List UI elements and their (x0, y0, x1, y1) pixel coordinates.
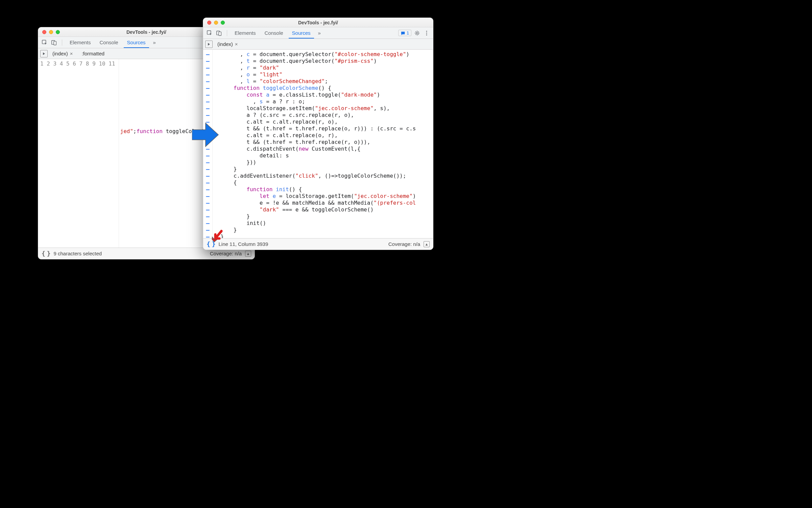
collapse-icon[interactable] (424, 241, 430, 247)
status-bar: { } Line 11, Column 3939 Coverage: n/a (203, 238, 433, 250)
tab-console[interactable]: Console (261, 28, 287, 38)
cursor-position: Line 11, Column 3939 (219, 241, 268, 247)
settings-gear-icon[interactable] (413, 29, 421, 37)
svg-point-6 (416, 32, 418, 34)
separator (227, 30, 227, 36)
code-area: , c = document.querySelector("#color-sch… (203, 50, 433, 238)
tab-sources[interactable]: Sources (289, 28, 314, 39)
maximize-icon[interactable] (56, 30, 60, 34)
close-icon[interactable] (207, 21, 211, 25)
panel-toolbar: Elements Console Sources 1 (203, 27, 433, 39)
more-panels-icon[interactable] (316, 30, 323, 36)
svg-rect-5 (219, 32, 221, 35)
issues-badge[interactable]: 1 (398, 30, 411, 36)
minimize-icon[interactable] (49, 30, 53, 34)
coverage-status: Coverage: n/a (210, 251, 242, 256)
collapse-icon[interactable] (245, 251, 251, 257)
window-controls (38, 30, 60, 34)
close-icon[interactable] (42, 30, 46, 34)
line-gutter: 1 2 3 4 5 6 7 8 9 10 11 (38, 59, 119, 248)
pretty-print-icon[interactable]: { } (42, 250, 50, 257)
minimize-icon[interactable] (214, 21, 218, 25)
tab-elements[interactable]: Elements (66, 37, 94, 47)
window-controls (203, 21, 225, 25)
more-panels-icon[interactable] (151, 40, 158, 46)
separator (62, 40, 62, 46)
tab-elements[interactable]: Elements (231, 28, 259, 38)
file-tab-label: (index) (217, 41, 233, 47)
navigator-toggle-icon[interactable] (205, 41, 213, 48)
file-tab-bar: (index) × (203, 39, 433, 50)
devtools-window-right: DevTools - jec.fyi/ Elements Console Sou… (203, 18, 433, 250)
coverage-status: Coverage: n/a (388, 241, 420, 247)
device-toggle-icon[interactable] (215, 29, 223, 37)
annotation-red-arrow-icon (211, 230, 225, 243)
maximize-icon[interactable] (221, 21, 225, 25)
close-tab-icon[interactable]: × (235, 42, 238, 47)
annotation-blue-arrow-icon (192, 122, 219, 147)
close-tab-icon[interactable]: × (70, 51, 73, 56)
window-title: DevTools - jec.fyi/ (203, 20, 433, 25)
kebab-menu-icon[interactable] (423, 29, 430, 37)
svg-point-7 (426, 31, 427, 32)
device-toggle-icon[interactable] (50, 39, 58, 46)
tab-console[interactable]: Console (96, 37, 122, 47)
tab-sources[interactable]: Sources (124, 37, 149, 48)
file-tab-label: (index) (52, 51, 68, 56)
inspect-element-icon[interactable] (206, 29, 213, 37)
code-content[interactable]: , c = document.querySelector("#color-sch… (213, 50, 433, 238)
titlebar[interactable]: DevTools - jec.fyi/ (203, 18, 433, 27)
file-tab-label: :formatted (82, 51, 105, 56)
navigator-toggle-icon[interactable] (40, 50, 48, 57)
svg-point-8 (426, 32, 427, 33)
inspect-element-icon[interactable] (41, 39, 48, 46)
issues-count: 1 (407, 30, 409, 35)
file-tab-formatted[interactable]: :formatted (80, 49, 106, 58)
svg-rect-2 (54, 41, 56, 45)
selection-status: 9 characters selected (54, 251, 102, 256)
svg-point-9 (426, 34, 427, 35)
file-tab-index[interactable]: (index) × (51, 49, 74, 58)
file-tab-index[interactable]: (index) × (216, 40, 239, 48)
